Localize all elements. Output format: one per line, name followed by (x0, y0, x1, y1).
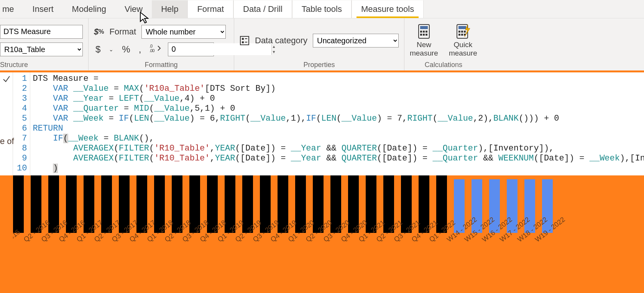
cropped-left-label: e of (0, 136, 14, 146)
currency-dropdown-icon[interactable]: ⌄ (107, 46, 115, 52)
tab-measure-tools[interactable]: Measure tools (352, 0, 424, 18)
svg-rect-13 (423, 34, 425, 36)
calculator-icon (416, 24, 432, 39)
format-icon: $% (94, 27, 104, 37)
group-structure: R10a_Table Structure (0, 18, 89, 70)
svg-rect-10 (423, 31, 425, 33)
dax-code-editor[interactable]: DTS Measure = VAR __Value = MAX('R10a_Ta… (30, 72, 644, 175)
new-measure-button[interactable]: Newmeasure (410, 24, 438, 57)
format-select[interactable]: Whole number (141, 25, 226, 39)
svg-rect-9 (420, 31, 422, 33)
tab-modeling[interactable]: Modeling (63, 0, 115, 18)
thousands-button[interactable]: , (137, 44, 143, 55)
chart-area: 2016Q2 - 2016Q3 - 2016Q4 - 2016Q1 - 2017… (13, 175, 644, 275)
svg-text:.0: .0 (150, 44, 153, 48)
formula-bar: 12345678910 DTS Measure = VAR __Value = … (0, 71, 644, 175)
chart-x-axis-labels: 2016Q2 - 2016Q3 - 2016Q4 - 2016Q1 - 2017… (13, 237, 644, 272)
group-properties: Data category Uncategorized Properties (234, 18, 404, 70)
svg-text:.00: .00 (150, 48, 154, 53)
tab-format[interactable]: Format (187, 0, 233, 18)
tab-table-tools[interactable]: Table tools (292, 0, 352, 18)
tab-help[interactable]: Help (152, 0, 187, 18)
group-structure-label: Structure (0, 60, 83, 70)
group-properties-label: Properties (240, 60, 399, 70)
svg-rect-12 (420, 34, 422, 36)
data-category-icon (240, 36, 250, 46)
ribbon-body: R10a_Table Structure $% Format Whole num… (0, 18, 644, 71)
svg-rect-19 (464, 31, 466, 33)
tab-data-drill[interactable]: Data / Drill (233, 0, 292, 18)
tab-home[interactable]: me (0, 0, 23, 18)
svg-rect-4 (242, 41, 244, 43)
ribbon-tabs: me Insert Modeling View Help Format Data… (0, 0, 644, 18)
line-number-gutter: 12345678910 (13, 72, 30, 175)
chart-bar[interactable] (13, 175, 24, 233)
svg-rect-3 (242, 38, 244, 40)
group-formatting: $% Format Whole number $ ⌄ % , .0.00 (89, 18, 234, 70)
group-formatting-label: Formatting (94, 60, 228, 70)
calculator-lightning-icon (455, 24, 472, 39)
svg-rect-18 (461, 31, 463, 33)
svg-rect-17 (458, 31, 460, 33)
decimal-places-spinner[interactable]: ▲▼ (168, 43, 214, 56)
svg-rect-11 (426, 31, 427, 33)
data-category-select[interactable]: Uncategorized (313, 34, 399, 47)
currency-button[interactable]: $ (94, 44, 102, 55)
commit-formula-button[interactable] (0, 72, 13, 175)
checkmark-icon (2, 75, 11, 83)
svg-rect-8 (420, 26, 428, 29)
decimal-places-icon[interactable]: .0.00 (148, 44, 163, 55)
measure-name-input[interactable] (0, 25, 83, 39)
quick-measure-button[interactable]: Quickmeasure (449, 24, 477, 57)
svg-rect-20 (458, 34, 460, 36)
home-table-select[interactable]: R10a_Table (0, 43, 83, 56)
svg-rect-21 (461, 34, 463, 36)
svg-rect-16 (458, 26, 466, 29)
percent-button[interactable]: % (120, 44, 131, 55)
group-calculations-label: Calculations (410, 60, 477, 70)
svg-rect-2 (240, 36, 249, 45)
quick-measure-label: Quickmeasure (449, 41, 477, 57)
svg-rect-14 (426, 34, 427, 36)
tab-insert[interactable]: Insert (23, 0, 63, 18)
new-measure-label: Newmeasure (410, 41, 438, 57)
format-label: Format (109, 27, 136, 37)
data-category-label: Data category (255, 36, 307, 46)
group-calculations: Newmeasure Quickmeasure (404, 18, 483, 70)
tab-view[interactable]: View (115, 0, 152, 18)
